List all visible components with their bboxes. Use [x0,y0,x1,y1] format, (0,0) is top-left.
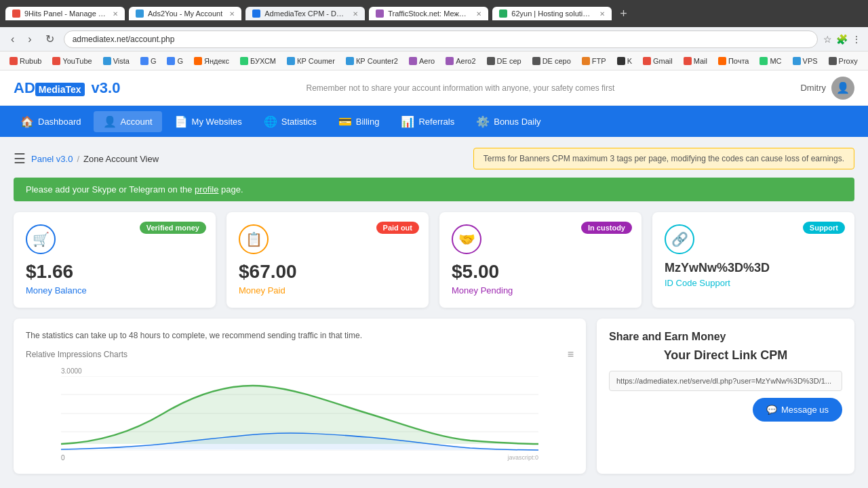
tab-label-5: 62yun | Hosting solutions [511,9,593,18]
nav-my-websites-label: My Websites [192,117,242,127]
tab-favicon-3 [252,9,260,18]
browser-tab-2[interactable]: Ads2You - My Account ✕ [129,7,241,20]
bookmark-de2[interactable]: DE серо [528,56,575,66]
bookmark-proxy[interactable]: Proxy [825,56,862,66]
card-icon-support: 🔗 [665,224,694,254]
id-code-label: ID Code Support [665,278,842,288]
chart-y-labels-left: 3.0000 [61,367,538,375]
bookmark-youtube[interactable]: YouTube [48,56,96,66]
sidebar-toggle[interactable]: ☰ [14,150,26,167]
badge-in-custody: In custody [581,222,632,234]
bookmark-aero[interactable]: Aero [405,56,439,66]
card-money-paid: Paid out 📋 $67.00 Money Paid [226,212,429,308]
tab-favicon-2 [136,9,144,18]
card-icon-pending: 🤝 [452,224,481,254]
address-bar[interactable] [64,30,818,48]
chart-card: The statistics can take up to 48 hours t… [14,319,586,474]
nav-billing-label: Billing [356,117,380,127]
nav-account[interactable]: 👤 Account [94,111,162,132]
money-balance-value: $1.66 [26,261,203,283]
nav-account-label: Account [121,117,153,127]
nav-bonus-daily[interactable]: ⚙️ Bonus Daily [467,111,550,132]
forward-button[interactable]: › [24,32,35,47]
bookmark-vps[interactable]: VPS [789,56,822,66]
chart-svg [61,376,538,451]
chart-menu-icon[interactable]: ≡ [568,348,574,361]
extensions-icon[interactable]: 🧩 [836,34,848,45]
bookmark-icon[interactable]: ☆ [823,34,832,45]
direct-link-input[interactable] [609,371,842,391]
breadcrumb-panel-link[interactable]: Panel v3.0 [31,154,73,164]
logo: ADMediaTex v3.0 [14,79,120,97]
chart-notice: The statistics can take up to 48 hours t… [26,331,574,340]
tab-favicon-1 [12,9,20,18]
nav-dashboard-label: Dashboard [38,117,81,127]
tab-close-3[interactable]: ✕ [353,10,358,18]
tab-label-3: AdmediaTex CPM - Dashboard... [264,9,346,18]
id-code-value: MzYwNw%3D%3D [665,261,842,275]
tab-favicon-5 [499,9,507,18]
bookmark-rubub[interactable]: Rubub [5,56,45,66]
bookmark-gmail[interactable]: Gmail [639,56,677,66]
money-paid-value: $67.00 [239,261,416,283]
nav-referrals[interactable]: 📊 Referrals [391,111,464,132]
nav-statistics-label: Statistics [281,117,317,127]
tab-close-5[interactable]: ✕ [599,10,605,18]
websites-icon: 📄 [174,115,188,128]
card-icon-paid: 📋 [239,224,269,254]
bookmark-pochta[interactable]: Почта [714,56,753,66]
bookmark-buhsm[interactable]: БУХСМ [236,56,280,66]
account-icon: 👤 [103,115,117,128]
content-area: ☰ Panel v3.0 / Zone Account View Terms f… [0,137,868,488]
bookmark-kp1[interactable]: КР Coumer [283,56,339,66]
app-header: ADMediaTex v3.0 Remember not to share yo… [0,70,868,106]
card-id-support: Support 🔗 MzYwNw%3D%3D ID Code Support [652,212,854,308]
bookmark-mail[interactable]: Mail [679,56,711,66]
side-card-title: Share and Earn Money [609,331,842,343]
billing-icon: 💳 [338,115,352,128]
browser-tab-5[interactable]: 62yun | Hosting solutions ✕ [492,7,612,20]
money-paid-label: Money Paid [239,285,416,296]
nav-dashboard[interactable]: 🏠 Dashboard [11,111,91,132]
message-btn-label: Message us [781,405,829,415]
bookmark-yandex[interactable]: Яндекс [190,56,233,66]
tab-close-4[interactable]: ✕ [476,10,481,18]
menu-icon[interactable]: ⋮ [852,34,861,45]
bookmark-ftp[interactable]: FTP [578,56,610,66]
nav-my-websites[interactable]: 📄 My Websites [165,111,252,132]
money-balance-label: Money Balance [26,285,203,296]
bookmark-vista[interactable]: Vista [99,56,134,66]
bookmark-google2[interactable]: G [163,56,187,66]
nav-statistics[interactable]: 🌐 Statistics [254,111,326,132]
tab-close-1[interactable]: ✕ [113,10,118,18]
browser-tab-1[interactable]: 9Hits Panel - Manage Websites ✕ [5,7,125,20]
message-us-button[interactable]: 💬 Message us [753,398,842,422]
address-bar-row: ‹ › ↻ ☆ 🧩 ⋮ [0,27,868,52]
referrals-icon: 📊 [401,115,414,128]
bookmark-k[interactable]: K [613,56,636,66]
bookmark-mc[interactable]: MC [755,56,785,66]
profile-link[interactable]: profile [195,184,218,195]
bookmark-aero2[interactable]: Aero2 [441,56,479,66]
browser-tab-4[interactable]: TrafficStock.net: Межд... ✕ [369,7,488,20]
statistics-icon: 🌐 [264,115,277,128]
tab-close-2[interactable]: ✕ [229,10,235,18]
bookmarks-bar: Rubub YouTube Vista G G Яндекс БУХСМ КР … [0,52,868,70]
header-user: Dmitry 👤 [800,77,854,100]
tab-label-2: Ads2You - My Account [148,9,222,18]
new-tab-button[interactable]: + [616,7,631,21]
nav-billing[interactable]: 💳 Billing [329,111,389,132]
bookmark-google1[interactable]: G [136,56,161,66]
bookmark-de[interactable]: DE сер [483,56,526,66]
refresh-button[interactable]: ↻ [41,31,58,47]
browser-chrome: 9Hits Panel - Manage Websites ✕ Ads2You … [0,0,868,27]
browser-tab-3[interactable]: AdmediaTex CPM - Dashboard... ✕ [245,7,365,20]
badge-paid-out: Paid out [376,222,419,234]
card-money-balance: Verified money 🛒 $1.66 Money Balance [14,212,216,308]
bookmark-kp2[interactable]: КР Counter2 [342,56,402,66]
back-button[interactable]: ‹ [7,32,18,47]
user-avatar[interactable]: 👤 [831,77,854,100]
cards-row: Verified money 🛒 $1.66 Money Balance Pai… [14,212,854,308]
side-card: Share and Earn Money Your Direct Link CP… [597,319,854,474]
money-pending-value: $5.00 [452,261,629,283]
